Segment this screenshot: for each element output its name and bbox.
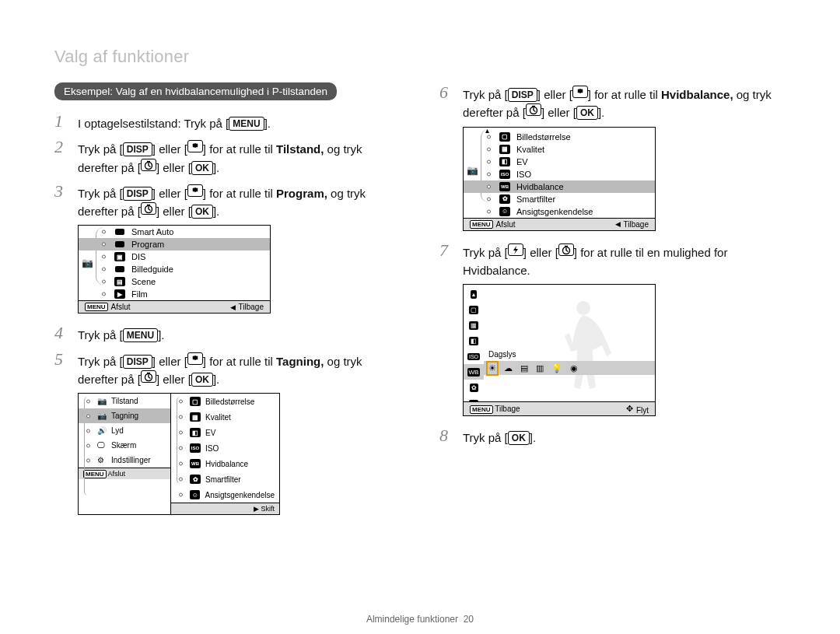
text: ] for at rulle til xyxy=(203,187,276,200)
list-icon: ◧ xyxy=(190,428,201,437)
wb-fluorescent-h-icon: ▤ xyxy=(520,363,528,373)
wb-tungsten-icon: 💡 xyxy=(551,363,562,373)
text: I optagelsestilstand: Tryk på [ xyxy=(78,117,229,130)
text: ] for at rulle til xyxy=(203,142,276,156)
ok-button: OK xyxy=(191,161,213,175)
settings-right-item: ✿Smartfilter xyxy=(171,471,279,487)
text: ] eller [ xyxy=(156,205,191,218)
ok-button: OK xyxy=(508,431,530,445)
camera-edge-icon: 📷 xyxy=(467,165,478,176)
list-icon: ▢ xyxy=(190,397,201,406)
list-label: ISO xyxy=(516,170,531,179)
disp-button: DISP xyxy=(123,187,152,201)
text: ] eller [ xyxy=(541,106,576,119)
mode-list-screenshot: Smart AutoProgram▣DISBilledguide▤Scene▶F… xyxy=(78,225,271,313)
list-label: Smartfilter xyxy=(516,194,555,204)
left-arrow-icon: ◀ xyxy=(230,303,236,311)
wb-fluorescent-l-icon: ▥ xyxy=(536,363,544,373)
right-arrow-icon: ▶ xyxy=(254,505,259,513)
settings-right-item: ▢Billedstørrelse xyxy=(171,394,279,409)
step-number: 3 xyxy=(54,181,68,201)
four-way-icon xyxy=(625,404,634,413)
text: ] eller [ xyxy=(523,246,558,259)
wb-icon-row: ☀ ☁ ▤ ▥ 💡 ◉ xyxy=(484,361,655,375)
list-icon: ✿ xyxy=(190,475,201,484)
capture-options-screenshot: ▴ ▢Billedstørrelse▦Kvalitet◧EVISOISOWBHv… xyxy=(463,127,656,231)
text: Tryk på [ xyxy=(78,187,123,200)
capture-list: ▴ ▢Billedstørrelse▦Kvalitet◧EVISOISOWBHv… xyxy=(464,128,655,218)
list-icon xyxy=(114,264,125,274)
capture-list-item: ISOISO xyxy=(464,168,655,180)
text: ]. xyxy=(530,431,536,444)
footer-left: Afslut xyxy=(111,303,131,311)
settings-right-item: WBHvidbalance xyxy=(171,456,279,471)
step-5: 5 Tryk på [DISP] eller [] for at rulle t… xyxy=(54,349,401,389)
list-icon: ⚙ xyxy=(97,456,107,464)
settings-left-item: 🖵Skærm xyxy=(79,438,170,453)
mode-list-item: ▤Scene xyxy=(79,275,270,288)
menu-tag-icon: MENU xyxy=(470,220,493,229)
step-2: 2 Tryk på [DISP] eller [] for at rulle t… xyxy=(54,137,401,177)
footer-section: Almindelige funktioner xyxy=(366,614,458,625)
macro-icon xyxy=(572,86,588,98)
settings-left-item: 🔊Lyd xyxy=(79,423,170,438)
list-label: Billedstørrelse xyxy=(205,398,254,406)
screenshot-footer: MENU Afslut ◀ Tilbage xyxy=(79,300,270,313)
ok-button: OK xyxy=(576,106,598,120)
list-label: Scene xyxy=(131,277,156,286)
list-label: DIS xyxy=(131,252,145,261)
wb-cloudy-icon: ☁ xyxy=(504,363,513,373)
capture-list-item: ✿Smartfilter xyxy=(464,193,655,205)
target-word: Tilstand, xyxy=(276,142,324,156)
text: Tryk på [ xyxy=(78,328,123,342)
text: ]. xyxy=(213,373,219,386)
list-label: Smartfilter xyxy=(205,475,241,484)
footer-right: Flyt xyxy=(636,406,649,415)
target-word: Program, xyxy=(276,187,327,200)
list-icon: 🖵 xyxy=(97,441,107,450)
list-icon: WB xyxy=(190,459,201,468)
settings-left-item: 📷Tilstand xyxy=(79,394,170,408)
disp-button: DISP xyxy=(123,355,152,369)
text: ]. xyxy=(264,117,271,130)
person-silhouette xyxy=(538,296,632,397)
text: Tryk på [ xyxy=(78,142,123,156)
size-icon: ▢ xyxy=(469,306,478,314)
text: ] eller [ xyxy=(156,161,191,174)
list-label: Program xyxy=(131,240,164,249)
pane-footer: MENU Afslut xyxy=(79,468,170,479)
step-number: 6 xyxy=(439,82,453,103)
left-arrow-icon: ◀ xyxy=(615,220,621,228)
menu-button: MENU xyxy=(229,117,264,131)
capture-list-item: WBHvidbalance xyxy=(464,180,655,193)
iso-icon: ISO xyxy=(467,353,480,360)
step-text: Tryk på [MENU]. xyxy=(78,323,164,344)
footer-left: Tilbage xyxy=(495,405,520,413)
list-label: Billedguide xyxy=(131,264,173,274)
wb-selected-label: Dagslys xyxy=(484,350,655,361)
list-icon: ☺ xyxy=(499,207,510,216)
step-1: 1 I optagelsestilstand: Tryk på [MENU]. xyxy=(54,111,401,132)
left-column: Eksempel: Valg af en hvidbalancemulighed… xyxy=(54,82,401,515)
mode-list-item: Program xyxy=(79,238,270,250)
list-icon: ▦ xyxy=(190,412,201,422)
settings-right-item: ☺Ansigtsgenkendelse xyxy=(171,487,279,503)
list-icon: WB xyxy=(499,182,510,191)
list-icon: ISO xyxy=(499,170,510,179)
mode-list-item: ▣DIS xyxy=(79,250,270,263)
footer-right: Skift xyxy=(261,505,275,513)
disp-button: DISP xyxy=(508,88,537,102)
ok-button: OK xyxy=(191,205,213,219)
list-icon: 🔊 xyxy=(97,426,107,435)
preview-sidebar: ▴ ▢ ▦ ◧ ISO WB ✿ ☺ xyxy=(464,285,484,401)
list-label: Hvidbalance xyxy=(205,460,248,468)
list-label: Ansigtsgenkendelse xyxy=(516,207,593,216)
step-text: Tryk på [DISP] eller [] for at rulle til… xyxy=(78,181,401,221)
macro-icon xyxy=(187,184,203,197)
wb-icon: WB xyxy=(467,368,481,377)
content-columns: Eksempel: Valg af en hvidbalancemulighed… xyxy=(54,82,786,515)
wb-custom-icon: ◉ xyxy=(570,363,578,373)
footer-left: Afslut xyxy=(496,220,516,229)
step-6: 6 Tryk på [DISP] eller [] for at rulle t… xyxy=(439,82,786,122)
list-label: ISO xyxy=(205,444,219,453)
